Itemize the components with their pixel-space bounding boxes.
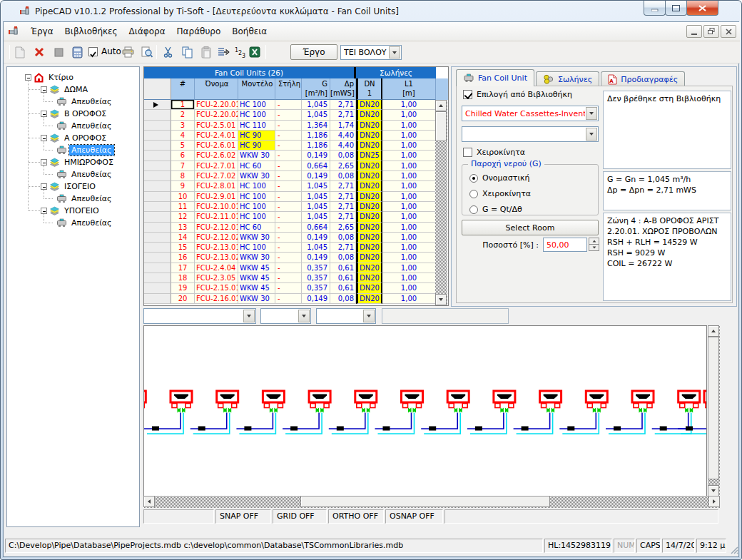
cell-l1[interactable]: 1,00 <box>382 171 436 181</box>
percent-input[interactable]: 50,00 <box>543 238 587 252</box>
cell-dp[interactable]: 2,71 <box>330 100 356 110</box>
tree-expander[interactable] <box>41 183 47 190</box>
auto-checkbox[interactable] <box>88 47 98 56</box>
scrollbar-thumb[interactable] <box>708 337 719 479</box>
cell-dp[interactable]: 0,61 <box>330 263 356 273</box>
cell-model[interactable]: HC 100 <box>238 212 275 222</box>
cell-model[interactable]: HC 100 <box>238 192 275 202</box>
cell-l1[interactable]: 1,00 <box>382 100 436 110</box>
cell-dp[interactable]: 2,71 <box>330 181 356 191</box>
cell-stili[interactable]: - <box>275 171 302 181</box>
cell-num[interactable]: 5 <box>171 141 195 151</box>
cell-l1[interactable]: 1,00 <box>382 110 436 120</box>
row-marker[interactable] <box>144 253 171 263</box>
tree-item-direct-selected[interactable]: Απευθείας <box>69 145 114 156</box>
cell-l1[interactable]: 1,00 <box>382 192 436 202</box>
project-combo[interactable]: ΤΕΙ ΒΟΛΟΥ <box>340 45 402 60</box>
menu-item-1[interactable]: Βιβλιοθήκες <box>59 23 123 40</box>
chevron-down-icon[interactable] <box>243 310 255 322</box>
tree-item-direct[interactable]: Απευθείας <box>69 193 114 204</box>
cell-stili[interactable]: - <box>275 151 302 161</box>
cell-g[interactable]: 0,149 <box>302 171 330 181</box>
renumber-button[interactable]: 123 <box>232 44 248 60</box>
tree-item-floor[interactable]: Α ΟΡΟΦΟΣ <box>62 133 108 143</box>
row-marker[interactable] <box>144 151 171 161</box>
cell-name[interactable]: FCU-2.12.01 <box>195 223 238 233</box>
cell-num[interactable]: 7 <box>171 161 195 171</box>
tree-item-direct[interactable]: Απευθείας <box>69 121 114 131</box>
row-marker[interactable] <box>144 243 171 253</box>
cell-name[interactable]: FCU-2.7.02 <box>195 171 238 181</box>
close-button[interactable] <box>686 1 718 16</box>
cell-stili[interactable]: - <box>275 223 302 233</box>
cell-stili[interactable]: - <box>275 110 302 120</box>
stop-button[interactable] <box>51 44 66 60</box>
table-row[interactable]: 19 FCU-2.15.01 WKW 45 - 0,357 0,61 DN20 … <box>144 283 448 293</box>
cell-l1[interactable]: 1,00 <box>382 161 436 171</box>
chevron-down-icon[interactable] <box>586 107 597 120</box>
row-marker[interactable] <box>144 121 171 131</box>
resize-grip[interactable] <box>729 545 738 554</box>
cad-combo-2[interactable] <box>260 308 311 324</box>
toggle-ortho[interactable]: ORTHO OFF <box>328 509 384 524</box>
table-row[interactable]: 17 FCU-2.4.04 WKW 45 - 0,357 0,61 DN20 1… <box>144 263 448 273</box>
cell-l1[interactable]: 1,00 <box>382 243 436 253</box>
table-row[interactable]: 4 FCU-2.4.01 HC 90 - 1,186 4,40 DN20 1,0… <box>144 131 448 141</box>
tree-item-floor[interactable]: Β ΟΡΟΦΟΣ <box>62 108 108 119</box>
row-marker[interactable] <box>144 202 171 212</box>
tree-item-floor[interactable]: ΔΩΜΑ <box>62 84 90 95</box>
cell-dp[interactable]: 0,61 <box>330 283 356 293</box>
row-marker[interactable] <box>144 233 171 243</box>
table-row[interactable]: 6 FCU-2.6.02 WKW 30 - 0,149 0,08 DN25 1,… <box>144 151 448 161</box>
cell-dp[interactable]: 0,08 <box>330 151 356 161</box>
table-row[interactable]: 13 FCU-2.12.01 HC 60 - 0,664 2,65 DN20 1… <box>144 223 448 233</box>
cell-l1[interactable]: 1,00 <box>382 294 436 304</box>
cell-dn[interactable]: DN20 <box>356 263 382 273</box>
cell-num[interactable]: 19 <box>171 283 195 293</box>
cell-num[interactable]: 1 <box>171 100 195 110</box>
cell-dp[interactable]: 4,40 <box>330 131 356 141</box>
table-row[interactable]: 5 FCU-2.6.01 HC 90 - 1,186 4,40 DN20 1,0… <box>144 141 448 151</box>
cad-combo-3[interactable] <box>316 308 376 324</box>
row-marker[interactable] <box>144 263 171 273</box>
column-header-4[interactable]: G[m³/h] <box>302 78 330 100</box>
export-button[interactable] <box>215 44 231 60</box>
cad-vertical-scrollbar[interactable] <box>708 325 720 497</box>
cell-stili[interactable]: - <box>275 202 302 212</box>
cell-name[interactable]: FCU-2.6.02 <box>195 151 238 161</box>
cell-g[interactable]: 1,186 <box>302 141 330 151</box>
cell-dp[interactable]: 0,61 <box>330 273 356 283</box>
print-button[interactable] <box>120 44 136 60</box>
scroll-up-button[interactable] <box>708 325 719 337</box>
cell-stili[interactable]: - <box>275 131 302 141</box>
row-marker[interactable] <box>144 181 171 191</box>
toggle-osnap[interactable]: OSNAP OFF <box>385 509 443 524</box>
column-header-3[interactable]: Στήλη <box>275 78 302 100</box>
tab-pipes[interactable]: Σωλήνες <box>536 71 599 86</box>
library-checkbox[interactable] <box>463 90 472 99</box>
cell-num[interactable]: 13 <box>171 223 195 233</box>
excel-export-button[interactable] <box>247 44 263 60</box>
cell-dp[interactable]: 0,08 <box>330 233 356 243</box>
cad-drawing-area[interactable] <box>143 325 707 497</box>
cell-g[interactable]: 0,357 <box>302 273 330 283</box>
table-row[interactable]: 10 FCU-2.9.01 HC 100 - 1,045 2,71 DN20 1… <box>144 192 448 202</box>
cell-name[interactable]: FCU-2.10.01 <box>195 202 238 212</box>
cell-model[interactable]: HC 90 <box>238 141 275 151</box>
row-marker[interactable] <box>144 223 171 233</box>
cell-dp[interactable]: 2,71 <box>330 192 356 202</box>
cell-l1[interactable]: 1,00 <box>382 273 436 283</box>
scrollbar-thumb[interactable] <box>435 111 447 141</box>
cell-dn[interactable]: DN25 <box>356 151 382 161</box>
cell-dn[interactable]: DN20 <box>356 192 382 202</box>
cell-stili[interactable]: - <box>275 121 302 131</box>
cell-dn[interactable]: DN20 <box>356 110 382 120</box>
table-row[interactable]: 20 FCU-2.16.01 WKW 30 - 0,149 0,08 DN20 … <box>144 294 448 304</box>
table-row[interactable]: 14 FCU-2.12.02 WKW 30 - 0,149 0,08 DN20 … <box>144 233 448 243</box>
cell-num[interactable]: 9 <box>171 181 195 191</box>
mdi-restore-button[interactable] <box>703 25 719 38</box>
project-button[interactable]: Έργο <box>290 44 337 60</box>
cell-model[interactable]: HC 100 <box>238 243 275 253</box>
cell-dn[interactable]: DN20 <box>356 202 382 212</box>
table-row[interactable]: 11 FCU-2.10.01 HC 100 - 1,045 2,71 DN20 … <box>144 202 448 212</box>
